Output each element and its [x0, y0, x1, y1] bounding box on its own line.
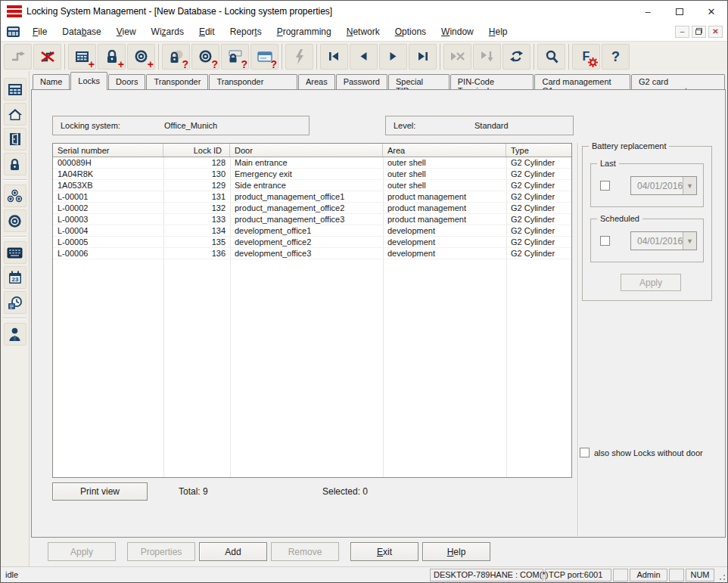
mdi-minimize-button[interactable]: –: [675, 26, 689, 38]
menu-bar: File Database View Wizards Edit Reports …: [1, 22, 727, 41]
sidebar-home-button[interactable]: [4, 103, 26, 126]
menu-item[interactable]: Network: [339, 24, 387, 39]
add-badge: +: [118, 59, 124, 70]
mdi-close-button[interactable]: ✕: [708, 26, 723, 38]
tab-transponder-groups[interactable]: Transponder groups: [209, 74, 297, 90]
menu-item[interactable]: Window: [434, 24, 481, 39]
menu-item[interactable]: Edit: [191, 24, 222, 39]
sidebar-log-button[interactable]: [4, 291, 26, 314]
tab-pin-code-terminal[interactable]: PIN-Code Terminal: [450, 74, 534, 90]
menu-item[interactable]: Options: [387, 24, 434, 39]
sidebar-calendar-button[interactable]: 23: [4, 266, 26, 289]
menu-item[interactable]: File: [25, 24, 54, 39]
column-header-area[interactable]: Area: [383, 144, 506, 157]
refresh-button[interactable]: [502, 44, 530, 70]
resize-grip-icon[interactable]: [716, 569, 726, 581]
table-row[interactable]: L-00002 132 product_management_office2 p…: [53, 203, 571, 214]
tab-card-management-g1[interactable]: Card management G1: [534, 74, 630, 90]
read-mifare-button[interactable]: ?: [250, 44, 278, 70]
read-g1-lock-button[interactable]: ?: [221, 44, 249, 70]
tab-password[interactable]: Password: [336, 74, 387, 90]
column-header-type[interactable]: Type: [506, 144, 571, 157]
last-record-button[interactable]: [409, 44, 437, 70]
new-transponder-button[interactable]: +: [127, 44, 155, 70]
search-icon: [545, 50, 558, 64]
next-record-button[interactable]: [379, 44, 407, 70]
lock-icon: [105, 50, 119, 64]
disconnect-button[interactable]: [33, 44, 61, 70]
column-header-door[interactable]: Door: [230, 144, 383, 157]
table-row[interactable]: 1A04R8K 130 Emergency exit outer shell G…: [53, 169, 571, 180]
sidebar-keyboard-button[interactable]: [4, 241, 26, 264]
add-button[interactable]: Add: [199, 542, 267, 561]
first-record-button[interactable]: [320, 44, 348, 70]
sidebar-matrix-button[interactable]: [4, 78, 26, 101]
sidebar-transponder-button[interactable]: [4, 209, 26, 232]
query-badge: ?: [270, 59, 277, 70]
menu-item[interactable]: Database: [54, 24, 108, 39]
close-button[interactable]: ✕: [695, 1, 727, 22]
cell-door: product_management_office3: [230, 215, 383, 224]
menu-item[interactable]: Programming: [269, 24, 339, 39]
sidebar-transponder-group-button[interactable]: [4, 185, 26, 207]
read-transponder-button[interactable]: ?: [191, 44, 219, 70]
accept-record-button: [473, 44, 501, 70]
read-lock-button[interactable]: ?: [162, 44, 190, 70]
help-button[interactable]: ?: [602, 44, 630, 70]
panel-splitter[interactable]: [577, 143, 579, 536]
battery-scheduled-checkbox[interactable]: [600, 236, 610, 246]
menu-item[interactable]: Help: [481, 24, 515, 39]
cell-type: G2 Cylinder: [506, 215, 571, 224]
battery-last-checkbox[interactable]: [600, 181, 610, 191]
help-button-bottom[interactable]: Help: [422, 542, 490, 561]
tab-locks[interactable]: Locks: [70, 72, 107, 90]
menu-item[interactable]: View: [109, 24, 144, 39]
tab-doors[interactable]: Doors: [108, 74, 145, 90]
tab-areas[interactable]: Areas: [298, 74, 335, 90]
status-host: DESKTOP-789HANE : COM(*): [430, 569, 543, 581]
maximize-button[interactable]: [664, 1, 695, 22]
tab-g2-card-management[interactable]: G2 card management: [631, 74, 725, 90]
also-show-locks-checkbox[interactable]: [580, 448, 590, 457]
exit-button[interactable]: Exit: [350, 542, 418, 561]
status-message: idle: [1, 570, 430, 579]
sidebar-separator: [3, 179, 26, 181]
sidebar-door-button[interactable]: [4, 128, 26, 150]
cell-lock-id: 135: [163, 237, 230, 247]
new-lock-button[interactable]: +: [98, 44, 126, 70]
toolbar: + + + ? ? ? ?: [1, 41, 727, 71]
locking-system-value: Office_Munich: [164, 121, 217, 130]
print-view-button[interactable]: Print view: [52, 482, 148, 501]
tab-special-tids[interactable]: Special TIDs: [388, 74, 450, 90]
table-row[interactable]: 000089H 128 Main entrance outer shell G2…: [53, 157, 571, 169]
tab-name[interactable]: Name: [33, 74, 70, 90]
table-row[interactable]: L-00006 136 development_office3 developm…: [53, 248, 571, 259]
table-row[interactable]: 1A053XB 129 Side entrance outer shell G2…: [53, 180, 571, 191]
previous-record-button[interactable]: [350, 44, 378, 70]
cell-door: Side entrance: [230, 181, 383, 190]
sidebar-user-button[interactable]: [4, 323, 26, 346]
battery-scheduled-date-combo: 04/01/2016 ▼: [630, 231, 697, 250]
table-row[interactable]: L-00003 133 product_management_office3 p…: [53, 214, 571, 225]
tab-transponder[interactable]: Transponder: [146, 74, 208, 90]
sidebar-separator: [3, 318, 26, 319]
transponder-icon: [134, 49, 148, 64]
cell-lock-id: 132: [163, 203, 230, 212]
table-row[interactable]: L-00005 135 development_office2 developm…: [53, 237, 571, 248]
lock-icon: [8, 158, 21, 171]
minimize-button[interactable]: –: [632, 1, 664, 22]
filter-button[interactable]: F: [572, 44, 600, 70]
mdi-restore-button[interactable]: [692, 26, 706, 38]
search-button[interactable]: [537, 44, 565, 70]
next-record-icon: [389, 51, 397, 61]
new-locking-system-button[interactable]: +: [68, 44, 96, 70]
column-header-lock-id[interactable]: Lock ID: [163, 144, 230, 157]
sidebar-lock-button[interactable]: [4, 153, 26, 175]
cell-lock-id: 133: [163, 215, 230, 224]
table-row[interactable]: L-00004 134 development_office1 developm…: [53, 225, 571, 237]
table-row[interactable]: L-00001 131 product_management_office1 p…: [53, 191, 571, 203]
menu-item[interactable]: Wizards: [144, 24, 191, 39]
column-header-serial-number[interactable]: Serial number: [53, 144, 163, 157]
menu-item[interactable]: Reports: [222, 24, 269, 39]
connect-icon: [11, 51, 26, 63]
